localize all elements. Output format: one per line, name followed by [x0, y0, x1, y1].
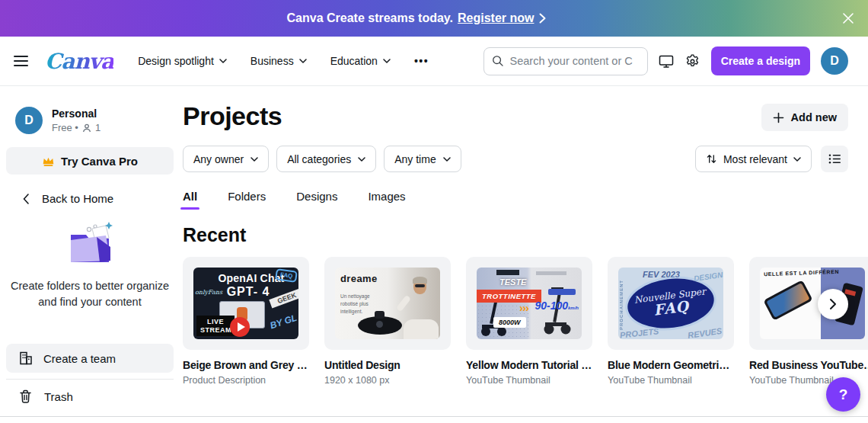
card-title: Untitled Design [324, 359, 451, 371]
team-avatar: D [15, 107, 43, 134]
chevron-left-icon [23, 194, 29, 204]
sidebar: D Personal Free • 1 Try Canva Pro Back t… [0, 86, 180, 423]
user-avatar[interactable]: D [821, 47, 848, 75]
folder-illustration [62, 220, 118, 268]
help-button[interactable]: ? [826, 377, 860, 412]
profile-block[interactable]: D Personal Free • 1 [0, 86, 180, 134]
filter-all-categories[interactable]: All categories [276, 146, 376, 172]
section-title: Recent [183, 224, 848, 246]
add-new-button[interactable]: Add new [761, 104, 848, 131]
search-bar[interactable] [483, 47, 648, 75]
chevron-right-icon [539, 13, 546, 24]
chevron-down-icon [251, 157, 258, 162]
filter-any-owner[interactable]: Any owner [183, 146, 269, 172]
plus-icon [773, 112, 784, 123]
person-icon [82, 123, 91, 133]
menu-icon[interactable] [14, 56, 28, 66]
chevron-down-icon [793, 157, 801, 162]
settings-gear-icon[interactable] [685, 53, 700, 69]
chevron-down-icon [219, 59, 227, 63]
project-card[interactable]: FEV 2023 DESIGNS PROCHAINEMENT PROJETS R… [608, 257, 734, 386]
design-thumbnail: OpenAI Chat GPT- 4 onlyFans FAQ GEEK BY … [193, 268, 298, 339]
nav-design-spotlight[interactable]: Design spotlight [138, 55, 227, 67]
tab-folders[interactable]: Folders [228, 190, 266, 210]
page-title: Projects [183, 101, 282, 131]
banner-register-link[interactable]: Register now [458, 11, 534, 25]
try-canva-pro-button[interactable]: Try Canva Pro [6, 147, 174, 175]
project-card[interactable]: dreame Un nettoyage robotisé plus intell… [324, 257, 451, 386]
filter-any-time[interactable]: Any time [384, 146, 461, 172]
trash-icon [18, 389, 33, 404]
search-input[interactable] [510, 55, 640, 67]
plan-info: Free • 1 [52, 122, 101, 133]
design-thumbnail: UELLE EST LA DIFFÉREN [760, 268, 865, 339]
main-content: Projects Add new Any owner All categorie… [180, 86, 868, 423]
design-thumbnail: TESTE TROTTINETTE 8000W ››› 90-100km/h [477, 268, 582, 339]
tab-all[interactable]: All [183, 190, 197, 210]
empty-folders-caption: Create folders to better organize and fi… [5, 278, 174, 310]
card-subtitle: YouTube Thumbnail [466, 375, 592, 386]
sort-dropdown[interactable]: Most relevant [695, 146, 812, 172]
project-card[interactable]: UELLE EST LA DIFFÉREN Red Business YouTu… [749, 257, 868, 386]
carousel-next-button[interactable] [818, 289, 848, 319]
project-card[interactable]: TESTE TROTTINETTE 8000W ››› 90-100km/h Y… [466, 257, 592, 386]
crown-icon [42, 155, 55, 167]
promo-banner: Canva Create streams today. Register now [0, 0, 868, 37]
chevron-down-icon [443, 157, 451, 162]
building-icon [18, 351, 34, 366]
chevron-down-icon [383, 59, 391, 63]
sort-arrows-icon [706, 153, 717, 165]
card-title: Beige Brown and Grey Co... [183, 359, 309, 371]
create-design-button[interactable]: Create a design [711, 46, 810, 75]
card-subtitle: YouTube Thumbnail [608, 375, 734, 386]
nav-education[interactable]: Education [330, 55, 391, 67]
bottom-divider [0, 416, 868, 417]
nav-more-menu[interactable]: ••• [414, 55, 429, 67]
canva-logo[interactable]: Canva [45, 49, 113, 74]
banner-close-icon[interactable] [841, 11, 856, 26]
recent-cards-row: OpenAI Chat GPT- 4 onlyFans FAQ GEEK BY … [183, 257, 848, 386]
back-to-home[interactable]: Back to Home [23, 192, 180, 205]
content-tabs: All Folders Designs Images [183, 190, 848, 210]
top-header: Canva Design spotlight Business Educatio… [0, 37, 868, 86]
team-name: Personal [52, 107, 101, 120]
trash-item[interactable]: Trash [18, 389, 73, 404]
tab-designs[interactable]: Designs [296, 190, 337, 210]
list-view-button[interactable] [821, 146, 848, 172]
devices-icon[interactable] [658, 53, 675, 69]
canva-projects-page: Canva Create streams today. Register now… [0, 0, 868, 423]
card-title: Red Business YouTube Th... [749, 359, 868, 371]
chevron-right-icon [829, 298, 837, 310]
list-view-icon [828, 153, 841, 165]
chevron-down-icon [299, 59, 307, 63]
design-thumbnail: dreame Un nettoyage robotisé plus intell… [335, 268, 440, 339]
nav-business[interactable]: Business [251, 55, 307, 67]
main-nav: Design spotlight Business Education ••• [138, 55, 429, 67]
search-icon [492, 54, 504, 68]
card-title: Yellow Modern Tutorial Y... [466, 359, 592, 371]
card-subtitle: Product Description [183, 375, 309, 386]
create-team-button[interactable]: Create a team [6, 344, 174, 373]
tab-images[interactable]: Images [368, 190, 405, 210]
sidebar-divider [6, 379, 174, 380]
card-title: Blue Modern Geometric ... [608, 359, 734, 371]
play-icon [230, 317, 250, 337]
card-subtitle: 1920 x 1080 px [324, 375, 451, 386]
chevron-down-icon [358, 157, 365, 162]
banner-message: Canva Create streams today. [287, 11, 453, 25]
design-thumbnail: FEV 2023 DESIGNS PROCHAINEMENT PROJETS R… [618, 268, 723, 339]
project-card[interactable]: OpenAI Chat GPT- 4 onlyFans FAQ GEEK BY … [183, 257, 309, 386]
